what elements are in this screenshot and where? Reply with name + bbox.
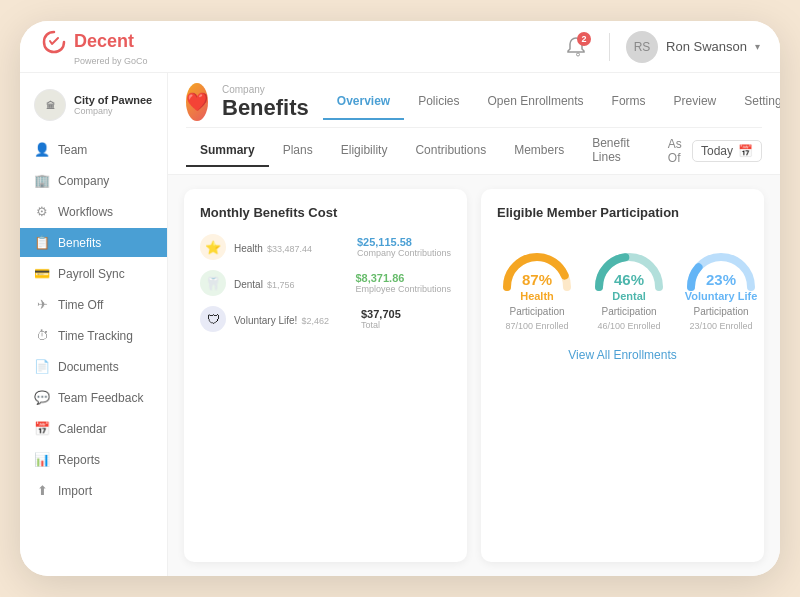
monthly-benefits-title: Monthly Benefits Cost [200, 205, 451, 220]
notification-badge: 2 [577, 32, 591, 46]
as-of-date-button[interactable]: Today 📅 [692, 140, 762, 162]
top-nav-right: 2 RS Ron Swanson ▾ [559, 30, 760, 64]
sidebar-item-timetracking[interactable]: ⏱ Time Tracking [20, 321, 167, 350]
subtab-benefit-lines[interactable]: Benefit Lines [578, 128, 668, 174]
top-nav: Decent Powered by GoCo 2 RS Ron Swanson … [20, 21, 780, 73]
sidebar-label-benefits: Benefits [58, 236, 101, 250]
user-menu[interactable]: RS Ron Swanson ▾ [626, 31, 760, 63]
timeoff-icon: ✈ [34, 297, 50, 312]
dental-gauge-sub: Participation [601, 306, 656, 317]
sidebar-label-reports: Reports [58, 453, 100, 467]
sidebar-nav: 👤 Team 🏢 Company ⚙ Workflows 📋 Benefits … [20, 135, 167, 505]
sub-header-top: ❤️ Company Benefits Overview Policies Op… [186, 73, 762, 128]
sidebar-item-timeoff[interactable]: ✈ Time Off [20, 290, 167, 319]
participation-title: Eligible Member Participation [497, 205, 748, 220]
health-amount: $25,115.58 [357, 236, 451, 248]
tab-forms[interactable]: Forms [598, 84, 660, 120]
benefits-icon: 📋 [34, 235, 50, 250]
sub-header: ❤️ Company Benefits Overview Policies Op… [168, 73, 780, 175]
module-icon: ❤️ [186, 83, 208, 121]
sidebar-item-import[interactable]: ⬆ Import [20, 476, 167, 505]
sidebar-label-workflows: Workflows [58, 205, 113, 219]
tab-policies[interactable]: Policies [404, 84, 473, 120]
feedback-icon: 💬 [34, 390, 50, 405]
health-bar-row: ⭐ Health $33,487.44 [200, 234, 451, 260]
monthly-benefits-card: Monthly Benefits Cost ⭐ Health [184, 189, 467, 562]
participation-card: Eligible Member Participation 87% [481, 189, 764, 562]
subtab-summary[interactable]: Summary [186, 135, 269, 167]
health-gauge-sub: Participation [509, 306, 564, 317]
voluntary-amount-label: Total [361, 320, 451, 330]
health-gauge-wrap: 87% [497, 242, 577, 286]
module-title: Benefits [222, 95, 309, 121]
sidebar: 🏛 City of Pawnee Company 👤 Team 🏢 Compan… [20, 73, 168, 576]
sidebar-item-documents[interactable]: 📄 Documents [20, 352, 167, 381]
voluntary-bar-sublabel: $2,462 [301, 316, 329, 326]
reports-icon: 📊 [34, 452, 50, 467]
content-area: ❤️ Company Benefits Overview Policies Op… [168, 73, 780, 576]
sidebar-label-documents: Documents [58, 360, 119, 374]
team-icon: 👤 [34, 142, 50, 157]
view-all-enrollments[interactable]: View All Enrollments [568, 348, 677, 362]
health-gauge-pct: 87% [522, 271, 552, 288]
sidebar-item-calendar[interactable]: 📅 Calendar [20, 414, 167, 443]
subtab-members[interactable]: Members [500, 135, 578, 167]
org-logo: 🏛 [34, 89, 66, 121]
dental-gauge-enrolled: 46/100 Enrolled [597, 321, 660, 331]
voluntary-amount-area: $37,705 Total [361, 308, 451, 330]
sidebar-item-benefits[interactable]: 📋 Benefits [20, 228, 167, 257]
svg-text:🏛: 🏛 [46, 100, 55, 111]
sidebar-item-feedback[interactable]: 💬 Team Feedback [20, 383, 167, 412]
notification-button[interactable]: 2 [559, 30, 593, 64]
voluntary-bar-row: 🛡 Voluntary Life! $2,462 [200, 306, 451, 332]
voluntary-gauge-sub: Participation [693, 306, 748, 317]
org-name: City of Pawnee [74, 94, 152, 106]
subtab-eligibility[interactable]: Eligibility [327, 135, 402, 167]
health-amount-label: Company Contributions [357, 248, 451, 258]
calendar-icon-small: 📅 [738, 144, 753, 158]
voluntary-bar-label: Voluntary Life! [234, 315, 297, 326]
voluntary-gauge: 23% Voluntary Life Participation 23/100 … [681, 242, 761, 331]
dental-gauge-wrap: 46% [589, 242, 669, 286]
health-bar-sublabel: $33,487.44 [267, 244, 312, 254]
dental-gauge: 46% Dental Participation 46/100 Enrolled [589, 242, 669, 331]
as-of-label: As Of [668, 137, 686, 165]
logo-area: Decent Powered by GoCo [40, 28, 148, 66]
documents-icon: 📄 [34, 359, 50, 374]
subtab-contributions[interactable]: Contributions [401, 135, 500, 167]
org-selector[interactable]: 🏛 City of Pawnee Company [20, 83, 167, 127]
sidebar-item-reports[interactable]: 📊 Reports [20, 445, 167, 474]
sidebar-item-workflows[interactable]: ⚙ Workflows [20, 197, 167, 226]
user-name: Ron Swanson [666, 39, 747, 54]
tab-preview[interactable]: Preview [660, 84, 731, 120]
voluntary-gauge-wrap: 23% [681, 242, 761, 286]
sidebar-item-payroll[interactable]: 💳 Payroll Sync [20, 259, 167, 288]
as-of-date-value: Today [701, 144, 733, 158]
header-tabs: Overview Policies Open Enrollments Forms… [323, 84, 780, 120]
health-bar-label: Health [234, 243, 263, 254]
voluntary-gauge-enrolled: 23/100 Enrolled [689, 321, 752, 331]
dental-bar-icon: 🦷 [200, 270, 226, 296]
sidebar-label-payroll: Payroll Sync [58, 267, 125, 281]
sidebar-label-company: Company [58, 174, 109, 188]
as-of-area: As Of Today 📅 [668, 137, 762, 165]
tab-overview[interactable]: Overview [323, 84, 404, 120]
voluntary-bar-icon: 🛡 [200, 306, 226, 332]
sidebar-label-feedback: Team Feedback [58, 391, 143, 405]
voluntary-gauge-pct: 23% [706, 271, 736, 288]
subtab-plans[interactable]: Plans [269, 135, 327, 167]
tab-open-enrollments[interactable]: Open Enrollments [474, 84, 598, 120]
chevron-down-icon: ▾ [755, 41, 760, 52]
gauge-row: 87% Health Participation 87/100 Enrolled [497, 234, 748, 331]
health-amount-area: $25,115.58 Company Contributions [357, 236, 451, 258]
tab-settings[interactable]: Settings [730, 84, 780, 120]
health-gauge-enrolled: 87/100 Enrolled [505, 321, 568, 331]
sidebar-item-team[interactable]: 👤 Team [20, 135, 167, 164]
org-info: City of Pawnee Company [74, 94, 152, 116]
sidebar-label-timetracking: Time Tracking [58, 329, 133, 343]
dental-bar-row: 🦷 Dental $1,756 [200, 270, 451, 296]
view-all-link[interactable]: View All Enrollments [497, 345, 748, 363]
sidebar-item-company[interactable]: 🏢 Company [20, 166, 167, 195]
sidebar-label-import: Import [58, 484, 92, 498]
health-bar-icon: ⭐ [200, 234, 226, 260]
